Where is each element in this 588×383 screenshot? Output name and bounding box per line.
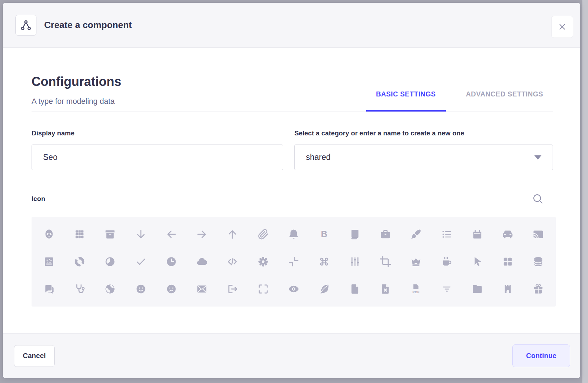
cup-icon[interactable]	[431, 248, 462, 275]
icon-grid-row: PDF	[34, 275, 554, 303]
brush-icon[interactable]	[401, 221, 431, 248]
archive-icon[interactable]	[95, 221, 125, 248]
crown-icon[interactable]	[401, 248, 431, 275]
envelope-icon[interactable]	[186, 275, 217, 303]
category-select[interactable]: shared	[294, 145, 553, 170]
expand-icon[interactable]	[248, 275, 278, 303]
cloud-icon[interactable]	[186, 248, 217, 275]
category-field: Select a category or enter a name to cre…	[294, 129, 553, 170]
display-name-field: Display name	[32, 129, 283, 170]
chevron-down-icon	[534, 155, 541, 160]
tabs-divider	[32, 112, 553, 112]
dialog-footer: Cancel Continue	[3, 333, 580, 378]
discuss-icon[interactable]	[34, 275, 64, 303]
arrow-up-icon[interactable]	[217, 221, 248, 248]
create-component-dialog: Create a component Configurations A type…	[3, 3, 580, 378]
file-icon[interactable]	[340, 275, 370, 303]
filter-icon[interactable]	[431, 275, 462, 303]
section-subheading: A type for modeling data	[32, 97, 115, 106]
cursor-icon[interactable]	[462, 248, 492, 275]
car-icon[interactable]	[492, 221, 523, 248]
tab-advanced-settings[interactable]: ADVANCED SETTINGS	[456, 90, 553, 112]
crop-icon[interactable]	[370, 248, 401, 275]
chart-bubble-icon[interactable]	[34, 248, 64, 275]
doctor-icon[interactable]	[64, 275, 95, 303]
book-icon[interactable]	[340, 221, 370, 248]
chart-circle-icon[interactable]	[64, 248, 95, 275]
category-label: Select a category or enter a name to cre…	[294, 129, 553, 137]
continue-button[interactable]: Continue	[512, 344, 570, 367]
icon-grid-row: B	[34, 221, 554, 248]
fortress-icon[interactable]	[492, 275, 523, 303]
display-name-label: Display name	[32, 129, 283, 137]
emotion-unhappy-icon[interactable]	[156, 275, 186, 303]
arrow-left-icon[interactable]	[156, 221, 186, 248]
icon-picker-header: Icon	[32, 193, 553, 205]
chart-pie-icon[interactable]	[95, 248, 125, 275]
bell-icon[interactable]	[278, 221, 309, 248]
arrow-right-icon[interactable]	[186, 221, 217, 248]
svg-text:B: B	[321, 229, 327, 239]
cast-icon[interactable]	[523, 221, 554, 248]
settings-tabs: BASIC SETTINGSADVANCED SETTINGS	[366, 90, 553, 112]
dashboard-icon[interactable]	[492, 248, 523, 275]
apps-icon[interactable]	[64, 221, 95, 248]
calendar-icon[interactable]	[462, 221, 492, 248]
bold-icon[interactable]: B	[309, 221, 340, 248]
close-button[interactable]	[551, 16, 573, 38]
file-error-icon[interactable]	[370, 275, 401, 303]
icon-grid-row	[34, 248, 554, 275]
page-scrollbar[interactable]	[582, 0, 588, 383]
tab-basic-settings[interactable]: BASIC SETTINGS	[366, 90, 446, 112]
dialog-title: Create a component	[44, 20, 132, 31]
eye-icon[interactable]	[278, 275, 309, 303]
attachment-icon[interactable]	[248, 221, 278, 248]
emotion-happy-icon[interactable]	[125, 275, 156, 303]
display-name-input[interactable]	[32, 145, 283, 170]
sliders-icon[interactable]	[340, 248, 370, 275]
database-icon[interactable]	[523, 248, 554, 275]
earth-icon[interactable]	[95, 275, 125, 303]
feather-icon[interactable]	[309, 275, 340, 303]
alien-icon[interactable]	[34, 221, 64, 248]
arrow-down-icon[interactable]	[125, 221, 156, 248]
component-icon	[15, 15, 36, 36]
dialog-header: Create a component	[3, 3, 580, 48]
file-pdf-icon[interactable]: PDF	[401, 275, 431, 303]
collapse-icon[interactable]	[278, 248, 309, 275]
section-heading: Configurations	[32, 74, 121, 89]
cancel-button[interactable]: Cancel	[14, 345, 55, 367]
clock-icon[interactable]	[156, 248, 186, 275]
search-icon[interactable]	[532, 193, 544, 205]
cog-icon[interactable]	[248, 248, 278, 275]
dialog-body: Configurations A type for modeling data …	[3, 48, 580, 333]
exit-icon[interactable]	[217, 275, 248, 303]
bullet-list-icon[interactable]	[431, 221, 462, 248]
svg-text:PDF: PDF	[412, 290, 419, 294]
category-selected-value: shared	[306, 153, 330, 162]
briefcase-icon[interactable]	[370, 221, 401, 248]
icon-label: Icon	[32, 195, 45, 203]
check-icon[interactable]	[125, 248, 156, 275]
command-icon[interactable]	[309, 248, 340, 275]
gift-icon[interactable]	[523, 275, 554, 303]
icon-grid: BPDF	[32, 217, 556, 307]
code-icon[interactable]	[217, 248, 248, 275]
folder-icon[interactable]	[462, 275, 492, 303]
close-icon	[558, 22, 567, 32]
